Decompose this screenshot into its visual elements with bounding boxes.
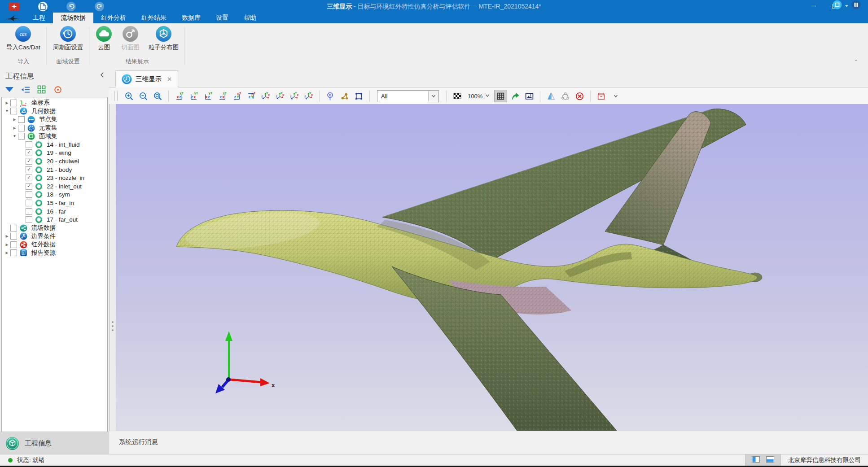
transparency-button[interactable] — [451, 90, 464, 102]
tree-row-20 - chuiwei[interactable]: ✓20 - chuiwei — [2, 157, 107, 166]
view-iso-1-button[interactable]: z Y x — [259, 90, 272, 102]
light-button[interactable] — [324, 90, 337, 102]
tree-row-16 - far[interactable]: 16 - far — [2, 207, 107, 216]
smooth-button[interactable] — [559, 90, 572, 102]
tree-label[interactable]: 22 - inlet_out — [47, 183, 82, 190]
particle-button[interactable] — [338, 90, 351, 102]
tree-checkbox[interactable] — [10, 225, 17, 231]
splitter-handle[interactable] — [112, 321, 114, 323]
tree-checkbox[interactable]: ✓ — [26, 149, 32, 156]
expander-icon[interactable]: ▶ — [4, 101, 10, 105]
tree-label[interactable]: 流场数据 — [31, 224, 56, 232]
view-plane-4-button[interactable]: z x Y — [216, 90, 229, 102]
view-plane-5-button[interactable]: z Y x — [230, 90, 243, 102]
tree-checkbox[interactable] — [18, 133, 25, 140]
view-plane-1-button[interactable]: x z Y — [173, 90, 186, 102]
tree-checkbox[interactable] — [26, 208, 32, 215]
tree-label[interactable]: 21 - body — [47, 166, 72, 173]
tree-row-节点集[interactable]: ▶节点集 — [2, 115, 107, 124]
expander-icon[interactable]: ▼ — [12, 134, 18, 138]
tree-label[interactable]: 报告资源 — [31, 249, 56, 257]
tree-label[interactable]: 节点集 — [39, 115, 57, 123]
menu-item-5[interactable]: 数据库 — [174, 13, 208, 23]
viewport-3d[interactable]: x — [116, 104, 868, 431]
expander-icon[interactable]: ▶ — [4, 234, 10, 238]
tree-checkbox[interactable]: ✓ — [26, 183, 32, 190]
tree-checkbox[interactable] — [10, 233, 17, 240]
zoom-in-button[interactable] — [123, 90, 136, 102]
tree-checkbox[interactable] — [10, 249, 17, 256]
tree-checkbox[interactable]: ✓ — [26, 158, 32, 165]
tree-row-坐标系[interactable]: ▶Yzx坐标系 — [2, 99, 107, 107]
panel-collapse-button[interactable] — [100, 72, 104, 79]
ribbon-button-粒子分布图[interactable]: 粒子分布图 — [149, 25, 179, 54]
mesh-grid-button[interactable] — [494, 90, 507, 102]
menu-item-4[interactable]: 红外结果 — [134, 13, 174, 23]
layout-left-icon[interactable] — [752, 456, 760, 464]
ribbon-button-导入Cas/Dat[interactable]: cas导入Cas/Dat — [6, 25, 40, 54]
menu-item-3[interactable]: 红外分析 — [93, 13, 134, 23]
tree-row-元素集[interactable]: ▶元素集 — [2, 124, 107, 132]
display-filter-select[interactable]: All — [377, 90, 439, 102]
caret-down-icon[interactable] — [845, 1, 849, 9]
view-plane-6-button[interactable]: z Y x — [245, 90, 258, 102]
minimize-button[interactable] — [803, 0, 824, 12]
ribbon-button-云图[interactable]: 云图 — [96, 25, 112, 54]
tree-label[interactable]: 15 - far_in — [47, 200, 74, 206]
tree-row-边界条件[interactable]: ▶边界条件 — [2, 232, 107, 241]
tree-checkbox[interactable] — [26, 216, 32, 223]
tree-label[interactable]: 边界条件 — [31, 232, 56, 240]
tree-row-23 - nozzle_in[interactable]: ✓23 - nozzle_in — [2, 174, 107, 182]
tree-checkbox[interactable] — [26, 200, 32, 206]
tree-checkbox[interactable] — [10, 108, 17, 114]
tree-row-19 - wing[interactable]: ✓19 - wing — [2, 149, 107, 157]
tree-label[interactable]: 面域集 — [39, 132, 57, 140]
expander-icon[interactable]: ▶ — [12, 126, 18, 130]
menu-item-2[interactable]: 流场数据 — [53, 13, 93, 23]
tree-checkbox[interactable] — [18, 125, 25, 131]
tree-row-22 - inlet_out[interactable]: ✓22 - inlet_out — [2, 182, 107, 191]
tree-checkbox[interactable] — [26, 141, 32, 148]
tree-row-17 - far_out[interactable]: 17 - far_out — [2, 215, 107, 224]
tree-row-报告资源[interactable]: ▶报告资源 — [2, 249, 107, 258]
remove-button[interactable] — [573, 90, 586, 102]
ribbon-button-切面图[interactable]: 切面图 — [121, 25, 140, 54]
tree-label[interactable]: 17 - far_out — [47, 216, 78, 223]
section-box-caret-button[interactable] — [609, 90, 622, 102]
tree-label[interactable]: 几何数据 — [31, 107, 56, 115]
view-plane-2-button[interactable]: z x Y — [187, 90, 200, 102]
expander-icon[interactable]: ▶ — [4, 251, 10, 255]
caret-down-icon[interactable] — [428, 91, 438, 101]
view-plane-3-button[interactable]: x z Y — [202, 90, 215, 102]
snapshot-button[interactable] — [523, 90, 536, 102]
toolbar-drag-handle[interactable] — [114, 91, 118, 101]
tree-checkbox[interactable] — [10, 100, 17, 106]
tab-close-icon[interactable]: ✕ — [167, 76, 172, 83]
tree-label[interactable]: 元素集 — [39, 124, 57, 132]
menu-item-7[interactable]: 帮助 — [236, 13, 264, 23]
tree-row-18 - sym[interactable]: 18 - sym — [2, 191, 107, 199]
menu-item-1[interactable]: 工程 — [25, 13, 53, 23]
select-region-button[interactable] — [352, 90, 365, 102]
project-tree[interactable]: ▶Yzx坐标系▼几何数据▶节点集▶元素集▼面域集14 - int_fluid✓1… — [1, 97, 108, 432]
zoom-fit-button[interactable] — [151, 90, 164, 102]
tree-row-流场数据[interactable]: 流场数据 — [2, 224, 107, 232]
project-info-footer-button[interactable]: 工程信息 — [0, 432, 109, 454]
tree-label[interactable]: 18 - sym — [47, 191, 70, 198]
filter-button[interactable] — [4, 84, 14, 95]
tree-row-21 - body[interactable]: ✓21 - body — [2, 166, 107, 174]
view-iso-3-button[interactable]: z Y x — [288, 90, 301, 102]
tree-label[interactable]: 16 - far — [47, 208, 66, 215]
tree-checkbox[interactable]: ✓ — [26, 166, 32, 173]
tree-label[interactable]: 坐标系 — [31, 99, 50, 107]
tree-row-14 - int_fluid[interactable]: 14 - int_fluid — [2, 140, 107, 149]
tree-label[interactable]: 14 - int_fluid — [47, 141, 80, 148]
layout-bottom-icon[interactable] — [766, 456, 774, 464]
tree-row-红外数据[interactable]: ▶红外数据 — [2, 240, 107, 249]
window-switch-icon[interactable] — [833, 0, 842, 11]
expander-icon[interactable]: ▼ — [4, 109, 10, 113]
zoom-out-button[interactable] — [137, 90, 150, 102]
tree-checkbox[interactable] — [18, 116, 25, 123]
collapse-all-button[interactable] — [20, 84, 31, 95]
section-box-button[interactable] — [595, 90, 608, 102]
